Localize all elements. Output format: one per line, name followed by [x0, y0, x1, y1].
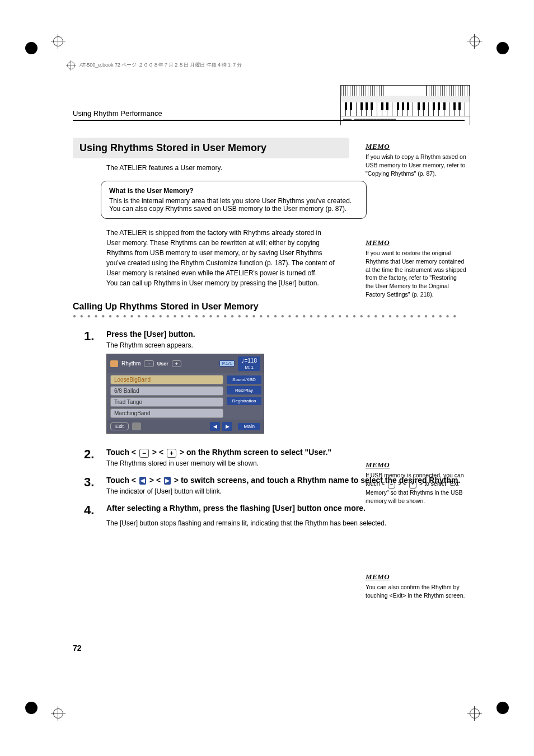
step-number: 1. [84, 329, 101, 349]
crop-mark [53, 708, 64, 720]
plus-button[interactable]: + [172, 360, 181, 367]
color-bar-tr [496, 42, 509, 54]
title-rule [73, 120, 465, 121]
section-heading: Using Rhythms Stored in User Memory [73, 138, 349, 158]
memo-3: MEMO If USB memory is connected, you can… [366, 460, 466, 505]
memo-text: If you want to restore the original Rhyt… [366, 249, 466, 298]
grid-icon[interactable] [132, 422, 141, 430]
body-paragraph-2: You can call up Rhythms in User memory b… [106, 278, 336, 288]
side-buttons: Sound/KBD Rec/Play Registration [227, 373, 264, 420]
list-item[interactable]: Trad Tango [110, 397, 223, 407]
right-arrow-key-icon: ▶ [164, 477, 171, 485]
rec-play-button[interactable]: Rec/Play [227, 386, 261, 395]
registration-button[interactable]: Registration [227, 397, 261, 405]
page: AT-500_e.book 72 ページ ２００８年７月２８日 月曜日 午後４時… [0, 0, 534, 756]
register-mark-icon [67, 62, 75, 69]
rhythm-list: LooseBigBand 6/8 Ballad Trad Tango March… [107, 373, 227, 420]
memo-1: MEMO If you wish to copy a Rhythm saved … [366, 142, 466, 177]
color-bar-tl [25, 42, 38, 54]
step-text: The [User] button stops flashing and rem… [106, 519, 465, 527]
crop-mark [53, 36, 64, 48]
memo-2: MEMO If you want to restore the original… [366, 238, 466, 298]
page-indicator: P.1/1 [219, 360, 235, 367]
callout-answer: This is the internal memory area that le… [109, 197, 358, 213]
section-label: Using Rhythm Performance [73, 109, 465, 118]
memo-icon: MEMO [366, 460, 390, 470]
callout-question: What is the User Memory? [109, 187, 358, 195]
memo-text: If you wish to copy a Rhythm saved on US… [366, 153, 466, 177]
memo-icon: MEMO [366, 572, 390, 582]
sound-kbd-button[interactable]: Sound/KBD [227, 375, 261, 384]
color-bar-br [496, 702, 509, 714]
step-number: 2. [84, 447, 101, 467]
memo-text: If USB memory is connected, you can touc… [366, 471, 466, 505]
user-label: User [157, 361, 168, 367]
ss-title: Rhythm [121, 360, 140, 367]
list-item[interactable]: LooseBigBand [110, 375, 223, 384]
next-arrow-button[interactable]: ▶ [222, 422, 232, 431]
list-item[interactable]: MarchingBand [110, 408, 223, 418]
plus-key-icon: + [167, 449, 176, 458]
color-bar-bl [25, 702, 38, 714]
intro-text: The ATELIER features a User memory. [106, 164, 336, 172]
left-arrow-key-icon: ◀ [139, 477, 146, 485]
dotted-rule: ● ● ● ● ● ● ● ● ● ● ● ● ● ● ● ● ● ● ● ● … [73, 313, 465, 319]
minus-key-icon: − [388, 480, 395, 489]
tempo-indicator: ♩=118 M: 1 [238, 356, 260, 372]
book-header-text: AT-500_e.book 72 ページ ２００８年７月２８日 月曜日 午後４時… [79, 62, 242, 68]
page-number: 72 [73, 644, 82, 652]
main-button[interactable]: Main [238, 423, 260, 430]
body-paragraph: The ATELIER is shipped from the factory … [106, 228, 336, 278]
step-text: The Rhythm screen appears. [106, 341, 465, 349]
step-title: Touch < − > < + > on the Rhythm screen t… [106, 447, 465, 458]
crop-mark [470, 36, 481, 48]
rhythm-icon [110, 360, 118, 367]
step-title: Press the [User] button. [106, 329, 465, 340]
plus-key-icon: + [409, 480, 416, 489]
exit-button[interactable]: Exit [110, 422, 129, 430]
memo-4: MEMO You can also confirm the Rhythm by … [366, 572, 466, 600]
memo-icon: MEMO [366, 142, 390, 152]
sub-heading: Calling Up Rhythms Stored in User Memory [73, 302, 465, 312]
prev-arrow-button[interactable]: ◀ [210, 422, 220, 431]
memo-icon: MEMO [366, 238, 390, 248]
step-4: 4. After selecting a Rhythm, press the f… [73, 503, 465, 528]
callout-box: What is the User Memory? This is the int… [101, 181, 367, 219]
rhythm-screen-screenshot: Rhythm − User + P.1/1 ♩=118 M: 1 LooseBi… [106, 354, 264, 434]
step-1: 1. Press the [User] button. The Rhythm s… [73, 329, 465, 349]
memo-text: You can also confirm the Rhythm by touch… [366, 583, 466, 599]
step-number: 4. [84, 503, 101, 528]
crop-mark [470, 708, 481, 720]
minus-button[interactable]: − [144, 360, 153, 367]
step-number: 3. [84, 475, 101, 495]
list-item[interactable]: 6/8 Ballad [110, 386, 223, 396]
minus-key-icon: − [139, 449, 149, 458]
book-header: AT-500_e.book 72 ページ ２００８年７月２８日 月曜日 午後４時… [67, 62, 242, 69]
